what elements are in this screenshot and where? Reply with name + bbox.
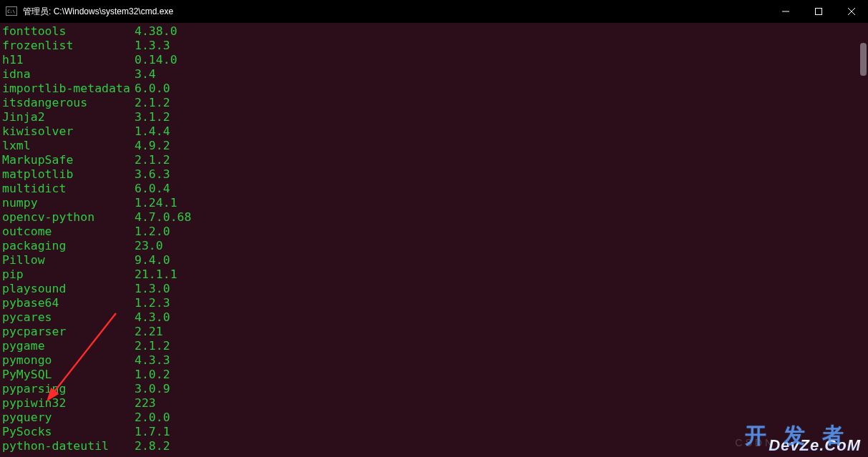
package-row: pymongo4.3.3 bbox=[2, 353, 866, 368]
package-name: pypiwin32 bbox=[2, 396, 135, 411]
terminal-output[interactable]: fonttools4.38.0frozenlist1.3.3h110.14.0i… bbox=[0, 23, 868, 457]
package-row: kiwisolver1.4.4 bbox=[2, 124, 866, 139]
package-name: PySocks bbox=[2, 425, 135, 439]
package-row: multidict6.0.4 bbox=[2, 182, 866, 196]
package-name: numpy bbox=[2, 196, 135, 210]
close-icon bbox=[848, 8, 855, 15]
package-version: 1.2.0 bbox=[135, 225, 170, 239]
package-version: 2.1.2 bbox=[135, 339, 170, 353]
package-version: 4.7.0.68 bbox=[135, 210, 191, 225]
package-row: itsdangerous2.1.2 bbox=[2, 96, 866, 110]
package-row: python-dateutil2.8.2 bbox=[2, 439, 866, 453]
package-row: pycparser2.21 bbox=[2, 325, 866, 339]
package-row: pyparsing3.0.9 bbox=[2, 382, 866, 396]
package-version: 2.1.2 bbox=[135, 96, 170, 110]
maximize-button[interactable] bbox=[802, 0, 835, 23]
package-name: pycares bbox=[2, 310, 135, 325]
package-name: pyparsing bbox=[2, 382, 135, 396]
package-row: outcome1.2.0 bbox=[2, 225, 866, 239]
close-button[interactable] bbox=[835, 0, 868, 23]
cmd-window: C:\ 管理员: C:\Windows\system32\cmd.exe fon… bbox=[0, 0, 868, 457]
package-row: pygame2.1.2 bbox=[2, 339, 866, 353]
package-name: Pillow bbox=[2, 253, 135, 267]
package-version: 0.14.0 bbox=[135, 53, 177, 67]
package-name: playsound bbox=[2, 282, 135, 296]
package-name: PyMySQL bbox=[2, 368, 135, 382]
scrollbar-thumb[interactable] bbox=[860, 43, 867, 76]
package-name: itsdangerous bbox=[2, 96, 135, 110]
package-row: pyquery2.0.0 bbox=[2, 411, 866, 425]
package-row: Pillow9.4.0 bbox=[2, 253, 866, 267]
package-version: 3.1.2 bbox=[135, 110, 170, 124]
package-version: 4.3.0 bbox=[135, 310, 170, 325]
package-name: importlib-metadata bbox=[2, 82, 135, 96]
minimize-icon bbox=[782, 8, 789, 15]
minimize-button[interactable] bbox=[769, 0, 802, 23]
package-version: 2.21 bbox=[135, 325, 163, 339]
package-row: frozenlist1.3.3 bbox=[2, 39, 866, 53]
package-version: 3.0.9 bbox=[135, 382, 170, 396]
package-version: 2.8.2 bbox=[135, 439, 170, 453]
package-version: 9.4.0 bbox=[135, 253, 170, 267]
package-row: numpy1.24.1 bbox=[2, 196, 866, 210]
package-name: lxml bbox=[2, 139, 135, 153]
package-row: Jinja23.1.2 bbox=[2, 110, 866, 124]
package-row: h110.14.0 bbox=[2, 53, 866, 67]
package-name: MarkupSafe bbox=[2, 153, 135, 167]
package-row: playsound1.3.0 bbox=[2, 282, 866, 296]
package-version: 1.7.1 bbox=[135, 425, 170, 439]
package-name: h11 bbox=[2, 53, 135, 67]
package-name: packaging bbox=[2, 239, 135, 253]
package-version: 1.2.3 bbox=[135, 296, 170, 310]
package-version: 2.1.2 bbox=[135, 153, 170, 167]
package-version: 4.38.0 bbox=[135, 24, 177, 39]
package-row: idna3.4 bbox=[2, 67, 866, 82]
package-name: idna bbox=[2, 67, 135, 82]
package-name: kiwisolver bbox=[2, 124, 135, 139]
package-name: frozenlist bbox=[2, 39, 135, 53]
package-list: fonttools4.38.0frozenlist1.3.3h110.14.0i… bbox=[2, 24, 866, 453]
package-row: opencv-python4.7.0.68 bbox=[2, 210, 866, 225]
package-name: pyquery bbox=[2, 411, 135, 425]
package-row: fonttools4.38.0 bbox=[2, 24, 866, 39]
package-version: 21.1.1 bbox=[135, 267, 177, 282]
package-name: pygame bbox=[2, 339, 135, 353]
package-row: matplotlib3.6.3 bbox=[2, 167, 866, 182]
package-row: pybase641.2.3 bbox=[2, 296, 866, 310]
package-name: python-dateutil bbox=[2, 439, 135, 453]
maximize-icon bbox=[815, 8, 822, 15]
package-version: 1.0.2 bbox=[135, 368, 170, 382]
package-name: pybase64 bbox=[2, 296, 135, 310]
package-version: 223 bbox=[135, 396, 156, 411]
package-name: Jinja2 bbox=[2, 110, 135, 124]
package-row: PySocks1.7.1 bbox=[2, 425, 866, 439]
package-name: opencv-python bbox=[2, 210, 135, 225]
package-row: importlib-metadata6.0.0 bbox=[2, 82, 866, 96]
package-row: pip21.1.1 bbox=[2, 267, 866, 282]
package-version: 23.0 bbox=[135, 239, 163, 253]
cmd-icon: C:\ bbox=[6, 6, 17, 17]
package-name: pycparser bbox=[2, 325, 135, 339]
titlebar[interactable]: C:\ 管理员: C:\Windows\system32\cmd.exe bbox=[0, 0, 868, 23]
package-row: pycares4.3.0 bbox=[2, 310, 866, 325]
package-version: 2.0.0 bbox=[135, 411, 170, 425]
svg-rect-3 bbox=[816, 9, 822, 15]
package-version: 1.4.4 bbox=[135, 124, 170, 139]
package-version: 6.0.0 bbox=[135, 82, 170, 96]
package-row: PyMySQL1.0.2 bbox=[2, 368, 866, 382]
package-version: 4.9.2 bbox=[135, 139, 170, 153]
package-version: 1.3.3 bbox=[135, 39, 170, 53]
package-name: outcome bbox=[2, 225, 135, 239]
scrollbar[interactable] bbox=[857, 23, 868, 457]
package-version: 3.6.3 bbox=[135, 167, 170, 182]
package-row: MarkupSafe2.1.2 bbox=[2, 153, 866, 167]
package-name: pymongo bbox=[2, 353, 135, 368]
package-row: pypiwin32223 bbox=[2, 396, 866, 411]
svg-text:C:\: C:\ bbox=[7, 9, 15, 14]
package-name: pip bbox=[2, 267, 135, 282]
window-title: 管理员: C:\Windows\system32\cmd.exe bbox=[23, 6, 173, 18]
package-version: 1.24.1 bbox=[135, 196, 177, 210]
package-name: multidict bbox=[2, 182, 135, 196]
package-version: 4.3.3 bbox=[135, 353, 170, 368]
package-row: lxml4.9.2 bbox=[2, 139, 866, 153]
